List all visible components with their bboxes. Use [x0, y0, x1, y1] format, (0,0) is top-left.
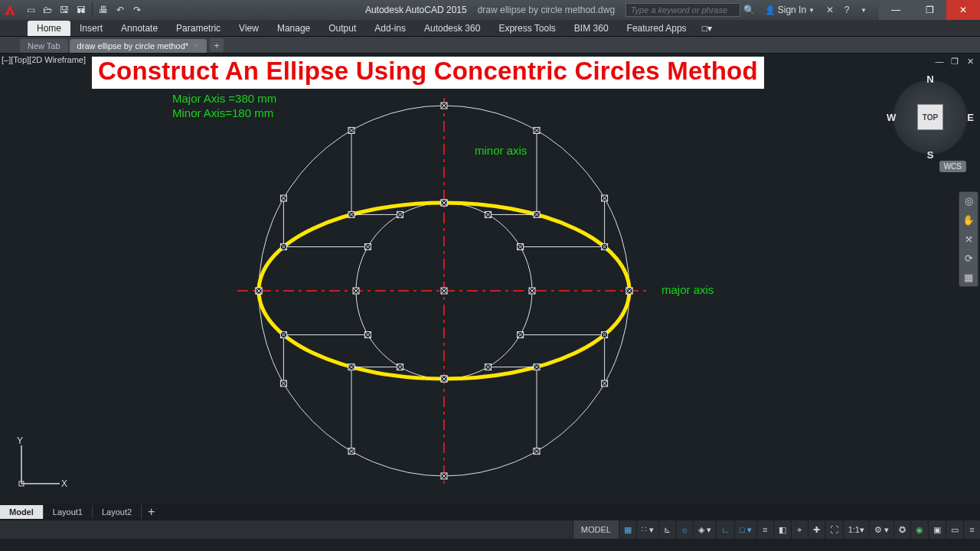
sb-annoscale-icon[interactable]: ⛶ [825, 520, 843, 539]
viewcube[interactable]: N S W E TOP [888, 75, 972, 159]
model-space[interactable]: [–][Top][2D Wireframe] Construct An Elli… [0, 54, 980, 520]
svg-text:Y: Y [17, 435, 23, 446]
sb-gear-icon[interactable]: ⚙ ▾ [869, 520, 893, 539]
new-icon[interactable]: ▭ [23, 2, 38, 18]
doc-tab-label: draw ellipse by circle method* [77, 41, 189, 51]
sb-polar-icon[interactable]: ☼ [675, 520, 693, 539]
layout-tabs: Model Layout1 Layout2 + [0, 504, 980, 520]
sb-workspace-icon[interactable]: ✪ [893, 520, 910, 539]
viewcube-east[interactable]: E [967, 112, 974, 123]
tab-insert[interactable]: Insert [70, 21, 112, 36]
tab-addins[interactable]: Add-ins [365, 21, 415, 36]
viewcube-north[interactable]: N [926, 73, 933, 85]
tab-expresstools[interactable]: Express Tools [489, 21, 564, 36]
navigation-bar: ◎ ✋ ⤧ ⟳ ▦ [959, 191, 978, 287]
chevron-down-icon[interactable]: ▼ [856, 2, 871, 18]
ribbon-tabs: Home Insert Annotate Parametric View Man… [0, 20, 980, 37]
window-controls: — ❐ ✕ [879, 0, 980, 20]
sb-isolate-icon[interactable]: ▣ [928, 520, 946, 539]
document-tabs: New Tab draw ellipse by circle method* ✕… [0, 37, 980, 54]
add-tab-button[interactable]: + [210, 38, 224, 52]
showmotion-icon[interactable]: ▦ [964, 272, 973, 283]
undo-icon[interactable]: ↶ [113, 2, 128, 18]
pan-icon[interactable]: ✋ [962, 214, 975, 226]
sb-otrack-icon[interactable]: □ ▾ [734, 520, 756, 539]
tab-featuredapps[interactable]: Featured Apps [618, 21, 696, 36]
app-logo[interactable] [0, 0, 20, 20]
tab-home[interactable]: Home [28, 21, 70, 36]
save-icon[interactable]: 🖫 [57, 2, 72, 18]
sb-hardwareaccel-icon[interactable]: ◉ [910, 520, 928, 539]
ribbon-overflow-icon[interactable]: □▾ [696, 21, 718, 36]
chevron-down-icon: ▼ [808, 7, 815, 14]
layout-tab-layout1[interactable]: Layout1 [44, 505, 93, 519]
signin-label: Sign In [778, 5, 806, 15]
drawing [0, 54, 980, 520]
exchange-icon[interactable]: ✕ [822, 2, 838, 18]
search-input[interactable] [626, 3, 740, 17]
doc-tab-newtab[interactable]: New Tab [20, 39, 68, 53]
saveas-icon[interactable]: 🖬 [74, 2, 89, 18]
layout-tab-model[interactable]: Model [0, 505, 44, 519]
layout-tab-layout2[interactable]: Layout2 [93, 505, 142, 519]
tab-manage[interactable]: Manage [268, 21, 319, 36]
sb-grid-icon[interactable]: ▦ [619, 520, 636, 539]
window-title: Autodesk AutoCAD 2015 draw ellipse by ci… [365, 5, 615, 15]
open-icon[interactable]: 🗁 [40, 2, 55, 18]
viewcube-south[interactable]: S [927, 149, 934, 161]
infocenter-icons: ✕ ? ▼ [819, 2, 874, 18]
doc-tab-label: New Tab [28, 41, 60, 51]
help-icon[interactable]: ? [839, 2, 854, 18]
redo-icon[interactable]: ↷ [129, 2, 145, 18]
search-icon[interactable]: 🔍 [743, 5, 760, 15]
sb-cycling-icon[interactable]: ⌖ [791, 520, 808, 539]
minimize-button[interactable]: — [879, 0, 913, 20]
wcs-badge[interactable]: WCS [939, 161, 966, 172]
doc-tab-current[interactable]: draw ellipse by circle method* ✕ [70, 39, 207, 53]
titlebar: ▭ 🗁 🖫 🖬 🖶 ↶ ↷ Autodesk AutoCAD 2015 draw… [0, 0, 980, 20]
sb-scale-button[interactable]: 1:1 ▾ [843, 520, 869, 539]
sb-lineweight-icon[interactable]: ≡ [756, 520, 773, 539]
ucs-icon: X Y [14, 438, 67, 491]
add-layout-button[interactable]: + [142, 503, 161, 520]
app-name: Autodesk AutoCAD 2015 [365, 5, 467, 15]
signin-button[interactable]: 👤 Sign In ▼ [760, 5, 819, 15]
status-bar: MODEL ▦ ∷ ▾ ⊾ ☼ ◈ ▾ ∟ □ ▾ ≡ ◧ ⌖ ✚ ⛶ 1:1 … [0, 520, 980, 539]
orbit-icon[interactable]: ⟳ [965, 253, 973, 264]
sb-osnap-icon[interactable]: ∟ [716, 520, 734, 539]
doc-name: draw ellipse by circle method.dwg [478, 5, 615, 15]
infocenter-search: 🔍 [626, 3, 760, 17]
zoom-extents-icon[interactable]: ⤧ [965, 233, 973, 245]
sb-snap-icon[interactable]: ∷ ▾ [636, 520, 658, 539]
sb-customize-icon[interactable]: ≡ [963, 520, 980, 539]
sb-isodraft-icon[interactable]: ◈ ▾ [693, 520, 716, 539]
tab-parametric[interactable]: Parametric [167, 21, 230, 36]
sb-cleanscreen-icon[interactable]: ▭ [946, 520, 963, 539]
tab-view[interactable]: View [230, 21, 268, 36]
tab-bim360[interactable]: BIM 360 [565, 21, 618, 36]
viewcube-face[interactable]: TOP [917, 104, 943, 130]
svg-text:X: X [61, 478, 67, 489]
maximize-button[interactable]: ❐ [913, 0, 946, 20]
close-icon[interactable]: ✕ [193, 42, 199, 50]
viewcube-west[interactable]: W [887, 112, 896, 123]
quick-access-toolbar: ▭ 🗁 🖫 🖬 🖶 ↶ ↷ [20, 2, 148, 18]
sb-transparency-icon[interactable]: ◧ [773, 520, 791, 539]
sb-ortho-icon[interactable]: ⊾ [658, 520, 675, 539]
plot-icon[interactable]: 🖶 [96, 2, 111, 18]
steeringwheel-icon[interactable]: ◎ [965, 195, 973, 207]
person-icon: 👤 [765, 5, 776, 15]
close-button[interactable]: ✕ [946, 0, 980, 20]
sb-annomonitor-icon[interactable]: ✚ [808, 520, 825, 539]
tab-output[interactable]: Output [319, 21, 365, 36]
tab-autodesk360[interactable]: Autodesk 360 [415, 21, 489, 36]
sb-modelspace[interactable]: MODEL [573, 520, 619, 539]
tab-annotate[interactable]: Annotate [112, 21, 167, 36]
